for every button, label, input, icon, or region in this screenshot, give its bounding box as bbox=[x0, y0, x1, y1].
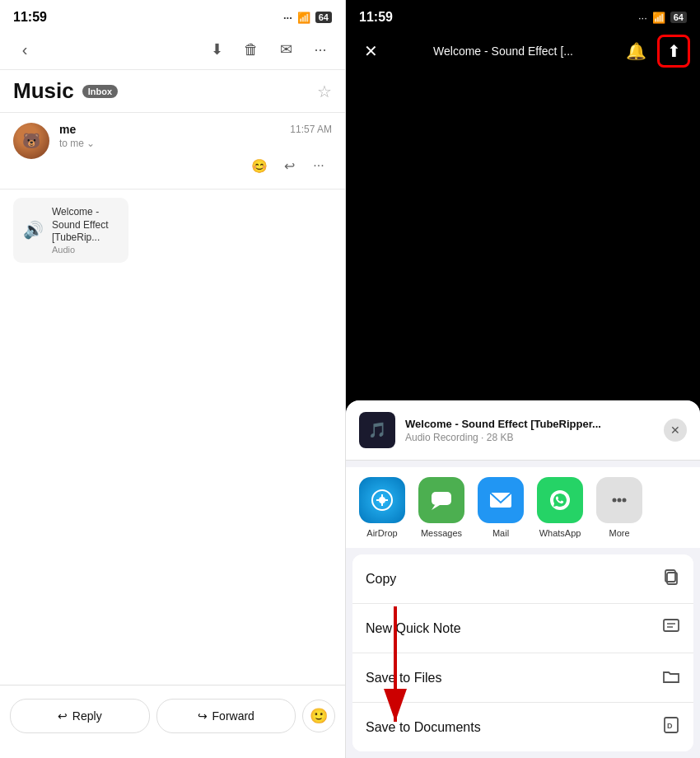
share-app-airdrop[interactable]: AirDrop bbox=[359, 477, 405, 538]
left-toolbar: ‹ ⬇ 🗑 ✉ ··· bbox=[0, 30, 345, 70]
share-icon: ⬆ bbox=[667, 41, 681, 61]
more-apps-icon bbox=[596, 477, 642, 523]
save-to-files-icon bbox=[662, 667, 680, 689]
waveform-icon: 🎵 bbox=[368, 421, 386, 439]
svg-point-8 bbox=[613, 498, 617, 503]
new-quick-note-label: New Quick Note bbox=[366, 621, 461, 636]
whatsapp-icon bbox=[537, 477, 583, 523]
new-quick-note-option[interactable]: New Quick Note bbox=[352, 604, 693, 653]
svg-point-10 bbox=[623, 498, 627, 503]
share-sheet: 🎵 Welcome - Sound Effect [TubeRipper... … bbox=[346, 400, 700, 758]
email-from: me bbox=[59, 123, 76, 136]
svg-point-9 bbox=[618, 498, 622, 503]
right-wifi-icon: 📶 bbox=[652, 12, 665, 24]
close-button[interactable]: ✕ bbox=[356, 36, 385, 66]
email-actions: 😊 ↩ ··· bbox=[59, 152, 332, 179]
right-title: Welcome - Sound Effect [... bbox=[392, 44, 614, 58]
move-button[interactable]: ✉ bbox=[271, 35, 301, 64]
share-file-meta: Audio Recording · 28 KB bbox=[405, 432, 654, 443]
left-panel: 11:59 ··· 📶 64 ‹ ⬇ 🗑 ✉ ··· Music Inbox ☆… bbox=[0, 0, 346, 758]
share-file-info: Welcome - Sound Effect [TubeRipper... Au… bbox=[405, 418, 654, 443]
save-to-documents-option[interactable]: Save to Documents D bbox=[352, 703, 693, 751]
new-quick-note-icon bbox=[662, 617, 680, 639]
reply-arrow-icon: ↩ bbox=[58, 709, 68, 723]
svg-text:D: D bbox=[667, 722, 673, 730]
share-file-header: 🎵 Welcome - Sound Effect [TubeRipper... … bbox=[346, 400, 700, 461]
more-button[interactable]: ··· bbox=[306, 35, 335, 64]
messages-icon bbox=[418, 477, 464, 523]
svg-rect-13 bbox=[664, 620, 679, 631]
messages-label: Messages bbox=[421, 528, 462, 538]
copy-option[interactable]: Copy bbox=[352, 554, 693, 604]
reply-button[interactable]: ↩ Reply bbox=[10, 699, 150, 733]
svg-rect-4 bbox=[432, 492, 451, 505]
svg-marker-5 bbox=[432, 505, 440, 510]
inbox-badge: Inbox bbox=[82, 85, 118, 98]
reply-email-icon[interactable]: ↩ bbox=[276, 152, 302, 179]
inbox-title: Music bbox=[13, 78, 74, 104]
forward-arrow-icon: ↪ bbox=[198, 709, 208, 723]
mail-icon bbox=[478, 477, 524, 523]
forward-button[interactable]: ↪ Forward bbox=[156, 699, 296, 733]
inbox-header: Music Inbox ☆ bbox=[0, 70, 345, 113]
more-label: More bbox=[609, 528, 629, 538]
share-button[interactable]: ⬆ bbox=[657, 35, 690, 68]
share-app-messages[interactable]: Messages bbox=[418, 477, 464, 538]
copy-label: Copy bbox=[366, 572, 396, 587]
right-panel: 11:59 ··· 📶 64 ✕ Welcome - Sound Effect … bbox=[346, 0, 700, 758]
forward-label: Forward bbox=[212, 709, 254, 723]
emoji-react-icon[interactable]: 😊 bbox=[246, 152, 273, 179]
share-close-button[interactable]: ✕ bbox=[664, 419, 687, 442]
right-status-bar: 11:59 ··· 📶 64 bbox=[346, 0, 700, 30]
signal-icon: ··· bbox=[283, 12, 292, 24]
emoji-button[interactable]: 🙂 bbox=[302, 700, 335, 732]
email-time: 11:57 AM bbox=[290, 124, 332, 135]
save-to-files-option[interactable]: Save to Files bbox=[352, 653, 693, 703]
save-to-files-label: Save to Files bbox=[366, 671, 441, 685]
right-time: 11:59 bbox=[359, 10, 393, 25]
right-signal-icon: ··· bbox=[638, 12, 647, 24]
svg-point-3 bbox=[379, 497, 385, 503]
share-app-mail[interactable]: Mail bbox=[478, 477, 524, 538]
airdrop-icon bbox=[359, 477, 405, 523]
audio-attachment-icon: 🔊 bbox=[23, 220, 44, 240]
share-apps-row: AirDrop Messages Mail WhatsApp bbox=[346, 467, 700, 548]
right-status-icons: ··· 📶 64 bbox=[638, 12, 687, 24]
copy-icon bbox=[662, 568, 680, 590]
left-bottom-bar: ↩ Reply ↪ Forward 🙂 bbox=[0, 685, 345, 758]
save-to-documents-icon: D bbox=[662, 716, 680, 738]
avatar: 🐻 bbox=[13, 123, 49, 159]
share-file-name: Welcome - Sound Effect [TubeRipper... bbox=[405, 418, 654, 430]
share-app-more[interactable]: More bbox=[596, 477, 642, 538]
save-to-documents-label: Save to Documents bbox=[366, 720, 481, 735]
attachment-title: Welcome - Sound Effect [TubeRip... bbox=[52, 206, 119, 245]
email-to: to me ⌄ bbox=[59, 138, 332, 149]
email-item: 🐻 me 11:57 AM to me ⌄ 😊 ↩ ··· bbox=[0, 113, 345, 190]
left-time: 11:59 bbox=[13, 10, 47, 25]
reply-label: Reply bbox=[72, 709, 102, 723]
more-email-icon[interactable]: ··· bbox=[306, 152, 332, 179]
battery-icon: 64 bbox=[315, 12, 332, 23]
mail-label: Mail bbox=[492, 528, 509, 538]
share-options: Copy New Quick Note Save to Files Save t… bbox=[352, 554, 693, 751]
emoji-icon: 🙂 bbox=[310, 707, 328, 725]
avatar-image: 🐻 bbox=[13, 123, 49, 159]
wifi-icon: 📶 bbox=[297, 12, 310, 24]
back-button[interactable]: ‹ bbox=[10, 35, 40, 64]
star-icon[interactable]: ☆ bbox=[317, 82, 332, 101]
left-status-bar: 11:59 ··· 📶 64 bbox=[0, 0, 345, 30]
attachment-card[interactable]: 🔊 Welcome - Sound Effect [TubeRip... Aud… bbox=[13, 198, 128, 263]
right-toolbar: ✕ Welcome - Sound Effect [... 🔔 ⬆ bbox=[346, 30, 700, 73]
email-content: me 11:57 AM to me ⌄ 😊 ↩ ··· bbox=[59, 123, 332, 179]
attachment-type: Audio bbox=[52, 245, 119, 255]
left-status-icons: ··· 📶 64 bbox=[283, 12, 332, 24]
airdrop-label: AirDrop bbox=[366, 528, 397, 538]
trash-button[interactable]: 🗑 bbox=[236, 35, 266, 64]
bell-icon[interactable]: 🔔 bbox=[621, 36, 651, 66]
attachment-info: Welcome - Sound Effect [TubeRip... Audio bbox=[52, 206, 119, 255]
email-meta: me 11:57 AM bbox=[59, 123, 332, 136]
share-audio-icon: 🎵 bbox=[359, 412, 395, 448]
archive-button[interactable]: ⬇ bbox=[202, 35, 231, 64]
right-battery-icon: 64 bbox=[670, 12, 687, 23]
share-app-whatsapp[interactable]: WhatsApp bbox=[537, 477, 583, 538]
